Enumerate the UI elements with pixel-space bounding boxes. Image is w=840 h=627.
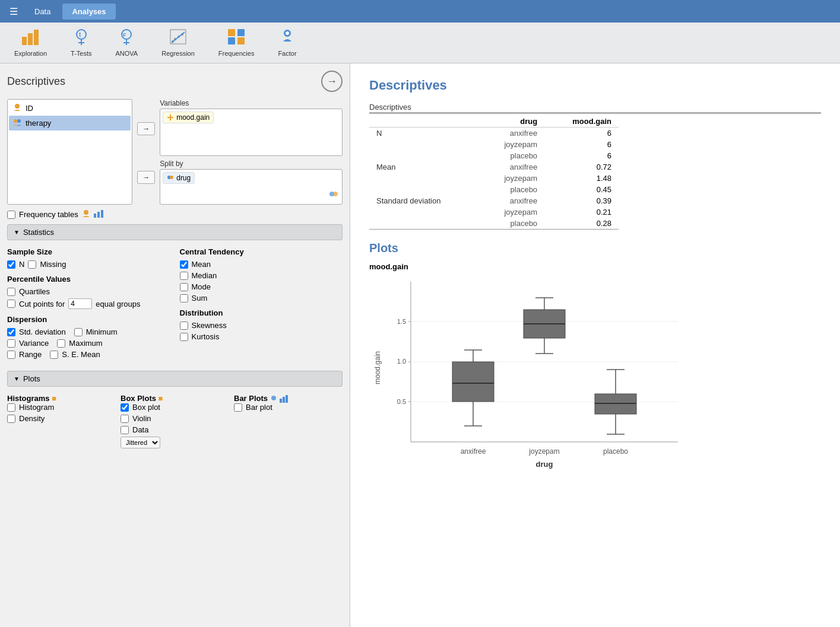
jitter-select[interactable]: Jittered bbox=[121, 437, 160, 448]
svg-rect-37 bbox=[280, 399, 282, 403]
n-row3-empty bbox=[369, 150, 478, 161]
histogram-checkbox[interactable] bbox=[7, 403, 15, 412]
variables-target-box[interactable]: mood.gain bbox=[160, 109, 343, 156]
plots-chevron: ▼ bbox=[14, 375, 20, 382]
transfer-to-variables[interactable]: → bbox=[137, 122, 155, 135]
boxplot-row: Box plot bbox=[121, 403, 229, 412]
right-column: Variables mood.gain Split by bbox=[160, 99, 343, 205]
mean-row2-empty bbox=[369, 173, 478, 184]
tool-factor[interactable]: Factor bbox=[273, 26, 301, 59]
data-checkbox[interactable] bbox=[121, 426, 129, 434]
table-row: Mean anxifree 0.72 bbox=[369, 161, 619, 173]
barplot-checkbox[interactable] bbox=[234, 403, 242, 412]
table-row: N anxifree 6 bbox=[369, 128, 619, 139]
svg-point-32 bbox=[84, 210, 88, 215]
freq-person-icon bbox=[82, 209, 90, 219]
minimum-checkbox[interactable] bbox=[74, 328, 83, 336]
svg-text:anxifree: anxifree bbox=[461, 447, 486, 456]
right-panel: Descriptives Descriptives drug mood.gain… bbox=[350, 63, 840, 627]
variance-label: Variance bbox=[19, 339, 49, 348]
boxplot-checkbox[interactable] bbox=[121, 403, 129, 412]
plots-section-header[interactable]: ▼ Plots bbox=[7, 371, 343, 387]
kurtosis-checkbox[interactable] bbox=[180, 333, 188, 341]
tool-anova[interactable]: F ANOVA bbox=[111, 26, 143, 59]
tool-ttests[interactable]: t T-Tests bbox=[66, 26, 96, 59]
forward-button[interactable]: → bbox=[321, 71, 343, 92]
hamburger-menu[interactable]: ☰ bbox=[5, 4, 23, 20]
mood-gain-tag: mood.gain bbox=[163, 112, 214, 123]
sample-size-title: Sample Size bbox=[7, 247, 170, 256]
semean-label: S. E. Mean bbox=[62, 350, 100, 359]
svg-rect-39 bbox=[286, 395, 288, 403]
plot-subtitle: mood.gain bbox=[369, 262, 821, 271]
var-therapy-label: therapy bbox=[26, 119, 51, 128]
maximum-checkbox[interactable] bbox=[57, 339, 65, 348]
quartiles-row: Quartiles bbox=[7, 287, 170, 296]
svg-text:joyzepam: joyzepam bbox=[528, 447, 559, 456]
result-title: Descriptives bbox=[369, 78, 821, 93]
sum-checkbox[interactable] bbox=[180, 294, 188, 303]
n-anxifree-val: 6 bbox=[544, 128, 619, 139]
svg-point-24 bbox=[14, 119, 17, 123]
median-label: Median bbox=[192, 271, 217, 280]
barplots-title: Bar Plots bbox=[234, 394, 343, 403]
toolbar: Exploration t T-Tests F ANOVA bbox=[0, 23, 840, 63]
statistics-section-header[interactable]: ▼ Statistics bbox=[7, 224, 343, 240]
semean-checkbox[interactable] bbox=[50, 351, 58, 359]
var-id-label: ID bbox=[26, 104, 33, 113]
tool-frequencies[interactable]: Frequencies bbox=[214, 26, 259, 59]
mean-row: Mean bbox=[180, 260, 343, 269]
regression-label: Regression bbox=[161, 50, 195, 57]
range-checkbox[interactable] bbox=[7, 351, 15, 359]
n-anxifree-drug: anxifree bbox=[478, 128, 544, 139]
tab-analyses[interactable]: Analyses bbox=[62, 4, 115, 20]
transfer-to-splitby[interactable]: → bbox=[137, 171, 155, 184]
var-item-therapy[interactable]: therapy bbox=[9, 116, 131, 131]
n-checkbox[interactable] bbox=[7, 260, 15, 269]
mean-checkbox[interactable] bbox=[180, 260, 188, 269]
tool-exploration[interactable]: Exploration bbox=[9, 26, 52, 59]
histogram-row: Histogram bbox=[7, 403, 116, 412]
top-bar: ☰ Data Analyses bbox=[0, 0, 840, 23]
histograms-col: Histograms ■ Histogram Density bbox=[7, 394, 116, 448]
mean-joyzepam-val: 1.48 bbox=[544, 173, 619, 184]
stddev-checkbox[interactable] bbox=[7, 328, 15, 336]
boxplots-title: Box Plots ■ bbox=[121, 394, 229, 403]
svg-point-22 bbox=[286, 31, 289, 35]
missing-checkbox[interactable] bbox=[28, 260, 36, 269]
violin-checkbox[interactable] bbox=[121, 415, 129, 423]
source-variable-list[interactable]: ID therapy bbox=[7, 99, 132, 205]
cutpoints-input[interactable] bbox=[68, 298, 92, 309]
jitter-row: Jittered bbox=[121, 437, 229, 448]
sd-row3-empty bbox=[369, 218, 478, 230]
svg-point-3 bbox=[77, 30, 86, 39]
mode-checkbox[interactable] bbox=[180, 283, 188, 291]
anova-icon: F bbox=[118, 28, 135, 49]
tool-regression[interactable]: Regression bbox=[157, 26, 199, 59]
var-item-id[interactable]: ID bbox=[9, 101, 131, 116]
skewness-checkbox[interactable] bbox=[180, 322, 188, 330]
quartiles-checkbox[interactable] bbox=[7, 288, 15, 296]
tab-data[interactable]: Data bbox=[25, 4, 60, 20]
sum-label: Sum bbox=[192, 294, 208, 303]
dispersion-title: Dispersion bbox=[7, 315, 170, 324]
cutpoints-checkbox[interactable] bbox=[7, 300, 15, 308]
histogram-label: Histogram bbox=[19, 403, 54, 412]
barplot-label: Bar plot bbox=[246, 403, 272, 412]
mean-anxifree-val: 0.72 bbox=[544, 161, 619, 173]
variable-assignment: ID therapy → → bbox=[7, 99, 343, 205]
main-layout: Descriptives → ID bbox=[0, 63, 840, 627]
density-checkbox[interactable] bbox=[7, 415, 15, 423]
exploration-icon bbox=[22, 28, 40, 49]
svg-point-36 bbox=[271, 396, 276, 400]
anova-label: ANOVA bbox=[116, 50, 138, 57]
skewness-label: Skewness bbox=[192, 321, 227, 330]
splitby-target-box[interactable]: drug bbox=[160, 169, 343, 205]
median-checkbox[interactable] bbox=[180, 272, 188, 280]
variance-checkbox[interactable] bbox=[7, 339, 15, 348]
descriptives-table: drug mood.gain N anxifree 6 joyzepam 6 bbox=[369, 116, 619, 230]
sd-anxifree-drug: anxifree bbox=[478, 195, 544, 206]
sd-joyzepam-val: 0.21 bbox=[544, 206, 619, 218]
svg-text:0.5: 0.5 bbox=[397, 398, 406, 405]
frequency-tables-checkbox[interactable] bbox=[7, 211, 15, 219]
